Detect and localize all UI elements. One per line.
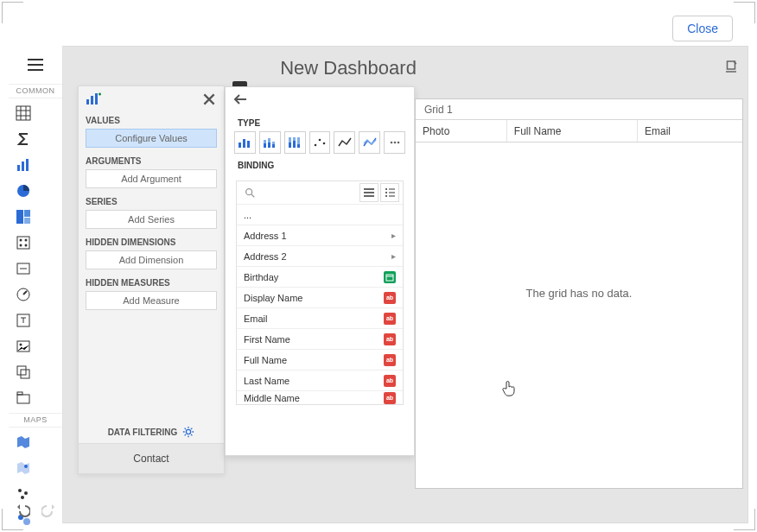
svg-rect-40 bbox=[247, 141, 250, 148]
svg-rect-21 bbox=[17, 392, 22, 395]
svg-point-54 bbox=[319, 139, 321, 142]
redo-icon[interactable] bbox=[41, 503, 57, 518]
undo-icon[interactable] bbox=[15, 503, 30, 518]
add-argument-button[interactable]: Add Argument bbox=[86, 169, 217, 188]
type-stackedbar-icon[interactable] bbox=[259, 131, 281, 154]
svg-point-53 bbox=[315, 144, 317, 147]
toolbox-tabs-icon[interactable] bbox=[11, 386, 35, 410]
type-line-icon[interactable] bbox=[334, 131, 355, 154]
svg-rect-39 bbox=[243, 139, 245, 148]
type-area-icon[interactable] bbox=[359, 131, 380, 154]
text-badge-icon: ab bbox=[384, 333, 396, 345]
search-icon bbox=[244, 187, 256, 199]
svg-rect-1 bbox=[17, 165, 20, 171]
toolbox-card-icon[interactable] bbox=[11, 256, 35, 281]
values-label: VALUES bbox=[79, 112, 224, 127]
binding-row-birthday[interactable]: Birthday bbox=[237, 266, 403, 287]
binding-row-ellipsis[interactable]: ... bbox=[237, 204, 403, 225]
add-measure-button[interactable]: Add Measure bbox=[86, 291, 217, 310]
svg-point-27 bbox=[23, 518, 30, 525]
data-filtering-row[interactable]: DATA FILTERING bbox=[79, 421, 224, 443]
binding-row-address1[interactable]: Address 1▸ bbox=[237, 225, 403, 245]
grid-col-photo[interactable]: Photo bbox=[416, 120, 507, 142]
configure-values-button[interactable]: Configure Values bbox=[86, 129, 217, 148]
grid-title: Grid 1 bbox=[416, 99, 742, 120]
svg-point-24 bbox=[24, 491, 28, 495]
text-badge-icon: ab bbox=[384, 354, 396, 366]
toolbox-bar-chart-icon[interactable] bbox=[11, 153, 35, 177]
type-fullstackedbar-icon[interactable] bbox=[284, 131, 306, 154]
binding-popup: TYPE BINDING ... Address 1▸ Address 2▸ B… bbox=[225, 86, 415, 456]
type-bar-icon[interactable] bbox=[234, 131, 256, 154]
binding-row-displayname[interactable]: Display Nameab bbox=[237, 287, 403, 307]
svg-rect-2 bbox=[22, 162, 24, 171]
svg-rect-34 bbox=[86, 99, 89, 104]
toolbox-geopoint-icon[interactable] bbox=[11, 456, 35, 480]
toolbox-treemap-icon[interactable] bbox=[11, 205, 35, 229]
binding-tree-view-icon[interactable] bbox=[380, 183, 399, 202]
toolbox-dice-icon[interactable] bbox=[11, 231, 35, 255]
contact-button[interactable]: Contact bbox=[79, 443, 224, 473]
toolbox-pie-chart-icon[interactable] bbox=[11, 179, 35, 203]
svg-rect-38 bbox=[239, 142, 241, 148]
binding-list-view-icon[interactable] bbox=[359, 183, 378, 202]
svg-rect-63 bbox=[386, 275, 393, 281]
popup-back-icon[interactable] bbox=[226, 87, 414, 111]
svg-rect-35 bbox=[91, 96, 93, 104]
svg-point-58 bbox=[397, 142, 399, 144]
toolbox-sigma-icon[interactable] bbox=[11, 127, 35, 151]
grid-col-fullname[interactable]: Full Name bbox=[507, 120, 638, 142]
svg-rect-52 bbox=[297, 144, 300, 148]
edit-title-icon[interactable] bbox=[723, 59, 739, 74]
hidden-dimensions-label: HIDDEN DIMENSIONS bbox=[79, 234, 224, 249]
toolbox-gauge-icon[interactable] bbox=[11, 282, 35, 307]
toolbox-image-icon[interactable] bbox=[11, 334, 35, 358]
binding-search[interactable] bbox=[240, 187, 358, 199]
close-panel-icon[interactable] bbox=[201, 92, 217, 107]
svg-rect-50 bbox=[293, 141, 296, 148]
binding-label: BINDING bbox=[226, 154, 414, 174]
svg-rect-0 bbox=[16, 106, 30, 120]
toolbox-group-icon[interactable] bbox=[11, 360, 35, 384]
svg-rect-5 bbox=[16, 210, 23, 224]
svg-rect-19 bbox=[21, 370, 29, 378]
grid-col-email[interactable]: Email bbox=[638, 120, 742, 142]
chevron-right-icon: ▸ bbox=[391, 251, 396, 261]
svg-rect-20 bbox=[17, 395, 29, 403]
svg-rect-48 bbox=[289, 142, 291, 148]
arguments-label: ARGUMENTS bbox=[79, 153, 224, 168]
toolbox-maps-label: MAPS bbox=[9, 413, 62, 428]
toolbox-text-icon[interactable] bbox=[11, 308, 35, 332]
svg-point-55 bbox=[323, 142, 326, 145]
svg-rect-18 bbox=[17, 366, 26, 375]
text-badge-icon: ab bbox=[384, 375, 396, 387]
binding-row-address2[interactable]: Address 2▸ bbox=[237, 245, 403, 266]
svg-point-60 bbox=[385, 188, 387, 190]
svg-point-12 bbox=[25, 244, 28, 247]
svg-rect-42 bbox=[264, 140, 266, 143]
type-more-icon[interactable] bbox=[384, 131, 405, 154]
type-point-icon[interactable] bbox=[309, 131, 331, 154]
svg-point-37 bbox=[187, 429, 191, 434]
svg-rect-36 bbox=[95, 93, 98, 104]
binding-row-firstname[interactable]: First Nameab bbox=[237, 328, 403, 349]
add-series-button[interactable]: Add Series bbox=[86, 210, 217, 229]
hamburger-icon[interactable] bbox=[9, 46, 62, 84]
data-filtering-label: DATA FILTERING bbox=[108, 428, 178, 437]
close-button[interactable]: Close bbox=[672, 16, 733, 41]
binding-row-middlename[interactable]: Middle Nameab bbox=[237, 390, 403, 404]
svg-rect-8 bbox=[17, 237, 29, 249]
svg-point-22 bbox=[24, 465, 28, 468]
binding-row-fullname[interactable]: Full Nameab bbox=[237, 349, 403, 370]
add-dimension-button[interactable]: Add Dimension bbox=[86, 250, 217, 269]
date-badge-icon bbox=[384, 271, 396, 283]
toolbox-grid-item-icon[interactable] bbox=[11, 101, 35, 125]
type-label: TYPE bbox=[226, 111, 414, 131]
binding-row-lastname[interactable]: Last Nameab bbox=[237, 370, 403, 390]
toolbox-choropleth-icon[interactable] bbox=[11, 430, 35, 454]
binding-row-email[interactable]: Emailab bbox=[237, 307, 403, 328]
grid-empty-text: The grid has no data. bbox=[416, 287, 742, 300]
svg-point-25 bbox=[21, 496, 24, 499]
chart-add-icon bbox=[86, 92, 101, 106]
svg-rect-44 bbox=[268, 138, 270, 142]
